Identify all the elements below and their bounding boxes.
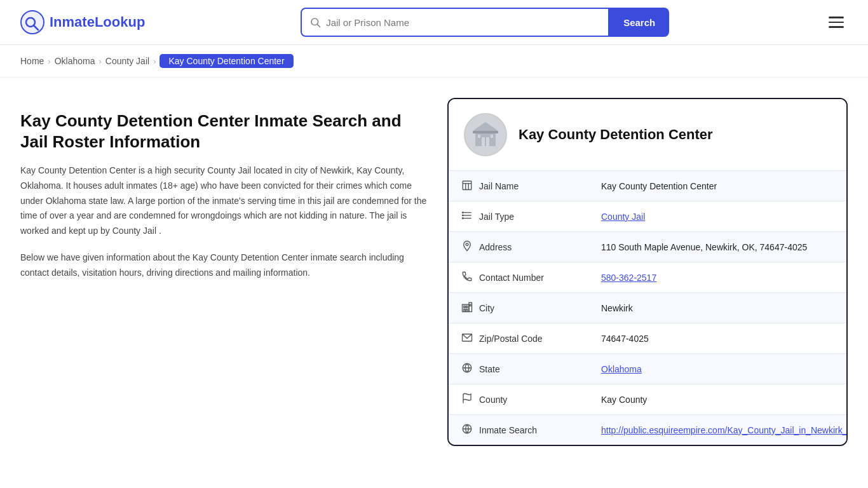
- svg-rect-5: [475, 132, 496, 146]
- svg-point-21: [463, 218, 464, 219]
- card-header: Kay County Detention Center: [449, 99, 846, 171]
- field-link[interactable]: County Jail: [601, 212, 645, 222]
- mail-icon: [461, 332, 473, 345]
- table-row: Jail Type County Jail: [449, 201, 848, 232]
- value-cell[interactable]: http://public.esquireempire.com/Kay_Coun…: [588, 415, 848, 445]
- left-column: Kay County Detention Center Inmate Searc…: [20, 98, 427, 446]
- label-cell: Address: [461, 240, 576, 254]
- pin-icon: [461, 240, 473, 254]
- hamburger-line: [829, 22, 844, 24]
- field-link[interactable]: http://public.esquireempire.com/Kay_Coun…: [601, 425, 848, 435]
- list-icon: [461, 210, 473, 223]
- svg-rect-11: [491, 135, 493, 138]
- field-label: Inmate Search: [479, 425, 537, 435]
- svg-line-4: [318, 24, 320, 27]
- main-content: Kay County Detention Center Inmate Searc…: [0, 78, 868, 471]
- breadcrumb-state[interactable]: Oklahoma: [55, 56, 95, 66]
- search-globe-icon: [461, 423, 473, 437]
- jail-icon: [461, 179, 473, 193]
- facility-avatar: [464, 113, 507, 156]
- label-cell: Inmate Search: [461, 423, 576, 437]
- field-link[interactable]: 580-362-2517: [601, 273, 656, 283]
- svg-rect-8: [482, 137, 485, 146]
- chevron-icon: ›: [99, 57, 102, 66]
- value-cell: Newkirk: [588, 293, 848, 323]
- breadcrumb-home[interactable]: Home: [20, 56, 44, 66]
- right-column: Kay County Detention Center Jail Name Ka…: [447, 98, 848, 446]
- breadcrumb: Home › Oklahoma › County Jail › Kay Coun…: [0, 45, 868, 78]
- svg-rect-27: [464, 309, 465, 312]
- card-facility-name: Kay County Detention Center: [519, 126, 713, 143]
- page-description-2: Below we have given information about th…: [20, 250, 427, 281]
- search-icon: [309, 17, 321, 28]
- value-cell: 110 South Maple Avenue, Newkirk, OK, 746…: [588, 232, 848, 262]
- svg-rect-6: [473, 131, 498, 133]
- logo[interactable]: InmateLookup: [20, 10, 145, 34]
- table-row: State Oklahoma: [449, 354, 848, 384]
- field-label: Zip/Postal Code: [479, 334, 543, 344]
- label-cell: Contact Number: [461, 271, 576, 284]
- city-icon: [461, 301, 473, 315]
- hamburger-menu[interactable]: [825, 13, 848, 32]
- field-label: State: [479, 364, 500, 374]
- svg-rect-29: [470, 304, 471, 306]
- svg-rect-28: [466, 309, 468, 312]
- building-icon: [470, 119, 501, 150]
- field-label: Contact Number: [479, 273, 544, 283]
- flag-icon: [461, 393, 473, 406]
- search-area: Search: [301, 8, 669, 37]
- field-label: Jail Type: [479, 212, 514, 222]
- field-label: Jail Name: [479, 181, 519, 191]
- table-row: Address 110 South Maple Avenue, Newkirk,…: [449, 232, 848, 262]
- field-label: City: [479, 303, 494, 313]
- info-card: Kay County Detention Center Jail Name Ka…: [447, 98, 848, 446]
- svg-rect-10: [478, 135, 480, 138]
- phone-icon: [461, 271, 473, 284]
- breadcrumb-current: Kay County Detention Center: [159, 54, 293, 68]
- page-title: Kay County Detention Center Inmate Searc…: [20, 111, 427, 152]
- svg-point-20: [463, 215, 464, 216]
- breadcrumb-type[interactable]: County Jail: [105, 56, 149, 66]
- hamburger-line: [829, 26, 844, 28]
- table-row: Zip/Postal Code 74647-4025: [449, 323, 848, 354]
- value-cell[interactable]: 580-362-2517: [588, 262, 848, 293]
- table-row: City Newkirk: [449, 293, 848, 323]
- value-cell[interactable]: County Jail: [588, 201, 848, 232]
- svg-rect-26: [466, 306, 468, 308]
- svg-point-0: [21, 11, 44, 34]
- value-cell: Kay County Detention Center: [588, 171, 848, 201]
- info-table: Jail Name Kay County Detention Center Ja…: [449, 171, 848, 445]
- svg-point-19: [463, 212, 464, 214]
- chevron-icon: ›: [153, 57, 156, 66]
- value-cell[interactable]: Oklahoma: [588, 354, 848, 384]
- table-row: Jail Name Kay County Detention Center: [449, 171, 848, 201]
- search-wrapper: [301, 8, 609, 37]
- page-description-1: Kay County Detention Center is a high se…: [20, 163, 427, 239]
- svg-rect-24: [469, 302, 472, 311]
- globe-icon: [461, 362, 473, 376]
- logo-icon: [20, 10, 44, 34]
- chevron-icon: ›: [48, 57, 50, 66]
- label-cell: State: [461, 362, 576, 376]
- label-cell: Zip/Postal Code: [461, 332, 576, 345]
- field-link[interactable]: Oklahoma: [601, 364, 642, 374]
- table-row: Inmate Search http://public.esquireempir…: [449, 415, 848, 445]
- label-cell: Jail Name: [461, 179, 576, 193]
- search-input[interactable]: [326, 17, 600, 28]
- hamburger-line: [829, 17, 844, 18]
- value-cell: Kay County: [588, 384, 848, 415]
- logo-text: InmateLookup: [50, 14, 145, 30]
- label-cell: Jail Type: [461, 210, 576, 223]
- value-cell: 74647-4025: [588, 323, 848, 354]
- svg-point-22: [466, 243, 468, 246]
- svg-rect-12: [463, 181, 471, 190]
- header: InmateLookup Search: [0, 0, 868, 45]
- table-row: Contact Number 580-362-2517: [449, 262, 848, 293]
- svg-rect-25: [464, 306, 465, 308]
- table-row: County Kay County: [449, 384, 848, 415]
- svg-marker-7: [473, 122, 498, 131]
- label-cell: County: [461, 393, 576, 406]
- field-label: Address: [479, 242, 512, 252]
- search-button[interactable]: Search: [609, 8, 669, 37]
- field-label: County: [479, 395, 507, 405]
